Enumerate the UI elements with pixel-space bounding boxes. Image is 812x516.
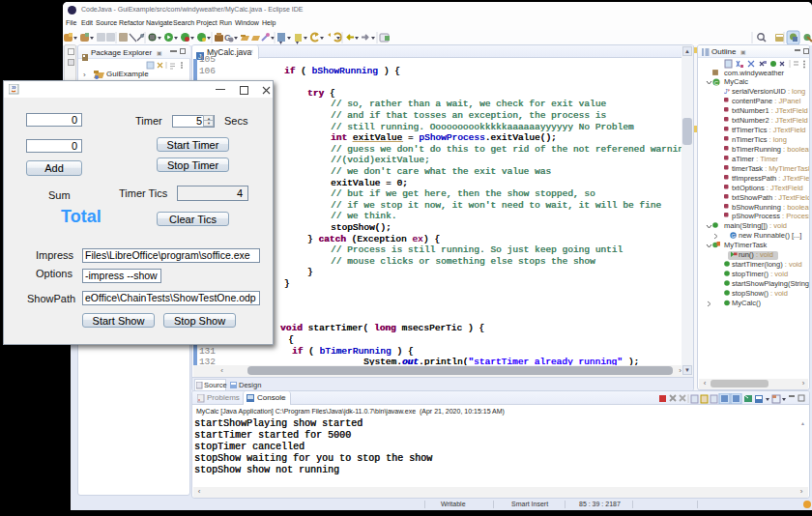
svg-text:C: C <box>714 80 719 86</box>
svg-text:G: G <box>732 233 736 239</box>
svg-text:c: c <box>729 300 731 303</box>
svg-text:F: F <box>728 89 730 93</box>
